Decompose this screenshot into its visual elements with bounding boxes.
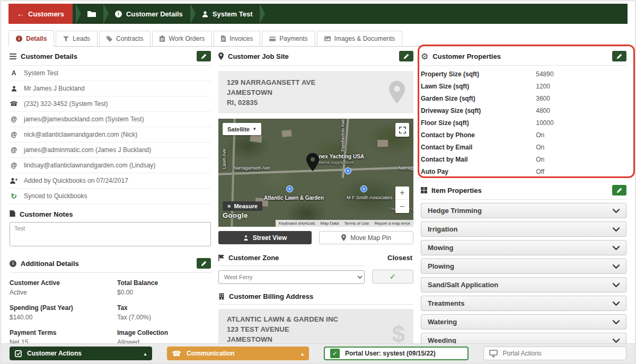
breadcrumb-customer-details[interactable]: Customer Details	[111, 4, 187, 24]
detail-text: Mr James J Buckland	[24, 85, 85, 92]
accordion-weeding[interactable]: Weeding	[421, 333, 626, 344]
gear-icon: ⚙	[421, 51, 428, 61]
accordion-irrigation[interactable]: Irrigation	[421, 221, 626, 237]
close-icon: ×	[227, 203, 231, 209]
move-map-pin-button[interactable]: Move Map Pin	[319, 231, 413, 244]
breadcrumb-label: System Test	[213, 10, 253, 18]
check-icon: ✓	[330, 349, 340, 358]
customer-zone-left: Customer Zone West Ferry	[218, 251, 365, 284]
detail-row-email: @ lindsay@atlanticlawnandgarden.com (Lin…	[10, 158, 211, 173]
tab-label: Work Orders	[169, 35, 205, 42]
zoom-in-button[interactable]: +	[395, 187, 409, 200]
map-data-link[interactable]: Map Data	[321, 221, 339, 226]
job-site-pin-icon[interactable]	[306, 153, 319, 172]
breadcrumb-system-test[interactable]: System Test	[198, 4, 257, 24]
communication-label: Communication	[187, 350, 235, 357]
map-poi-label: Atlantic Lawn & Garden	[264, 195, 324, 201]
customer-actions-label: Customer Actions	[27, 350, 82, 357]
accordion-mowing[interactable]: Mowing	[421, 240, 626, 255]
letter-a-icon: A	[10, 69, 18, 77]
google-map[interactable]: Pemberton Ave Lawn Ave Lanex Yachting US…	[218, 119, 413, 227]
credit-card-icon	[269, 37, 276, 41]
keyboard-shortcuts-link[interactable]: Keyboard shortcuts	[279, 221, 315, 226]
map-poi-label: M F Smith Associates	[347, 195, 393, 200]
edit-customer-properties-button[interactable]	[612, 51, 626, 61]
chevron-down-icon	[613, 301, 620, 306]
customer-notes-textarea[interactable]: Test	[10, 222, 211, 246]
customer-zone-select[interactable]: West Ferry	[218, 270, 365, 284]
map-poi-marker[interactable]	[360, 185, 367, 192]
breadcrumb-folder[interactable]	[83, 4, 100, 24]
property-row: Contact by MailOn	[421, 153, 626, 165]
checkbox-icon	[15, 350, 22, 357]
billing-line: 123 TEST AVENUE	[227, 324, 338, 334]
customer-zone-section: Customer Zone West Ferry Closest ✓	[218, 251, 413, 284]
tab-details[interactable]: Details	[8, 30, 54, 47]
edit-additional-details-button[interactable]	[197, 258, 211, 269]
additional-details-grid: Customer ActiveActive Total Balance$0.00…	[10, 273, 211, 344]
map-type-satellite-button[interactable]: Satellite ▼	[223, 123, 261, 135]
detail-text: lindsay@atlanticlawnandgarden.com (Linds…	[24, 162, 155, 169]
detail-text: james@jamesbuckland.com (System Test)	[24, 116, 144, 123]
tab-leads[interactable]: Leads	[56, 31, 98, 46]
field-customer-active: Customer ActiveActive	[10, 279, 103, 296]
accordion-plowing[interactable]: Plowing	[421, 259, 626, 274]
edit-item-properties-button[interactable]	[612, 185, 626, 196]
tab-payments[interactable]: Payments	[262, 31, 315, 46]
address-line: JAMESTOWN	[227, 87, 315, 97]
measure-button[interactable]: × Measure	[223, 201, 262, 211]
tab-label: Leads	[73, 35, 90, 42]
accordion-watering[interactable]: Watering	[421, 314, 626, 330]
accordion-treatments[interactable]: Treatments	[421, 296, 626, 311]
map-poi-marker[interactable]	[286, 185, 293, 192]
check-icon: ✓	[390, 272, 396, 281]
street-view-button[interactable]: Street View	[218, 231, 312, 244]
detail-row-email: @ nick@atlanticlawnandgarden.com (Nick)	[10, 127, 211, 143]
tab-bar: Details Leads Contracts Work Orders Invo…	[8, 30, 628, 47]
tab-images-documents[interactable]: Images & Documents	[317, 31, 403, 46]
dollar-icon: $	[392, 321, 405, 344]
map-pin-icon	[341, 234, 346, 241]
street-view-label: Street View	[253, 234, 287, 242]
edit-job-site-button[interactable]	[399, 51, 413, 61]
edit-customer-details-button[interactable]	[197, 51, 211, 61]
map-pin-icon	[218, 52, 224, 60]
back-customers-button[interactable]: ← Customers	[8, 4, 73, 24]
portal-user-button[interactable]: ✓ Portal User: systest (09/15/22)	[324, 347, 469, 360]
tab-invoices[interactable]: Invoices	[214, 31, 260, 46]
chevron-down-icon	[613, 264, 620, 269]
accordion-hedge-trimming[interactable]: Hedge Trimming	[421, 203, 626, 218]
info-icon	[16, 35, 22, 42]
portal-actions-button[interactable]: Portal Actions	[483, 347, 627, 360]
building-icon	[218, 293, 225, 300]
tab-contracts[interactable]: Contracts	[99, 31, 151, 46]
map-poi-marker[interactable]	[344, 167, 351, 174]
chevron-up-icon: ▴	[301, 351, 304, 357]
note-icon	[10, 209, 15, 219]
property-row: Contact by EmailOn	[421, 141, 626, 153]
map-zoom-control: + −	[395, 187, 409, 213]
pencil-icon	[201, 54, 207, 59]
tab-label: Payments	[279, 35, 307, 42]
property-row: Lawn Size (sqft)1200	[421, 80, 626, 92]
move-pin-label: Move Map Pin	[350, 234, 391, 242]
map-fullscreen-button[interactable]	[395, 123, 409, 137]
closest-check-button[interactable]: ✓	[372, 270, 413, 283]
chevron-up-icon: ▴	[144, 351, 146, 357]
map-building	[377, 140, 388, 147]
customer-actions-button[interactable]: Customer Actions ▴	[10, 347, 152, 360]
detail-text: james@adminmatic.com (James J Buckland)	[24, 146, 151, 154]
back-arrow-icon: ←	[17, 10, 24, 18]
breadcrumb-arrow-icon	[76, 4, 81, 24]
address-line: 129 NARRAGANSETT AVE	[227, 77, 315, 87]
map-attribution: Keyboard shortcuts Map Data Terms of Use…	[276, 220, 413, 227]
zoom-out-button[interactable]: −	[395, 200, 409, 213]
field-tax: TaxTax (7.00%)	[117, 304, 211, 321]
accordion-sand-salt[interactable]: Sand/Salt Application	[421, 277, 626, 292]
at-icon: @	[10, 162, 18, 169]
job-site-column: Customer Job Site 129 NARRAGANSETT AVE J…	[218, 48, 413, 344]
communication-button[interactable]: ☎ Communication ▴	[167, 347, 310, 360]
tab-work-orders[interactable]: Work Orders	[152, 31, 212, 46]
report-error-link[interactable]: Report a map error	[374, 221, 410, 226]
terms-link[interactable]: Terms of Use	[344, 221, 369, 226]
